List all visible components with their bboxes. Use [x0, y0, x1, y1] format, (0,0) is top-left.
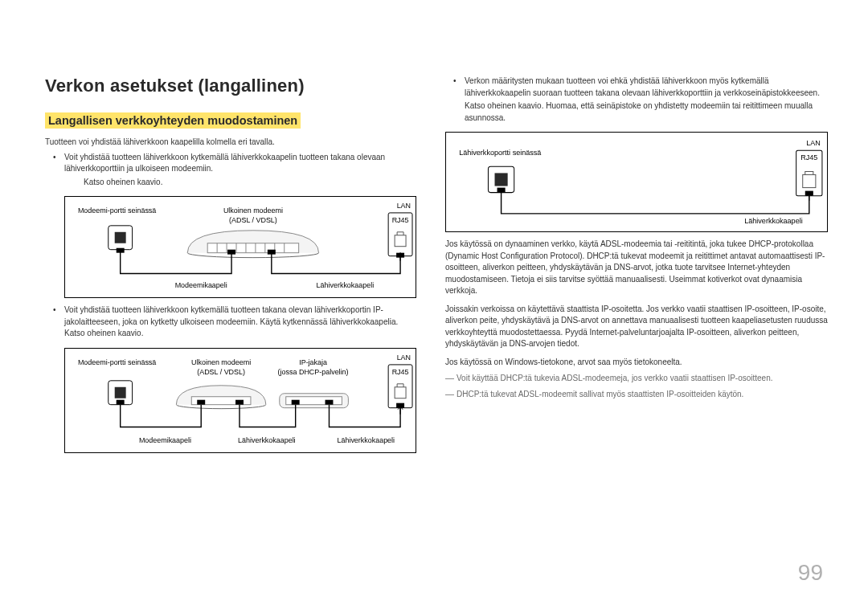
diagram-3: Lähiverkkoportti seinässä LAN RJ45 Lähiv…	[445, 132, 828, 232]
d2-cable2: Lähiverkkokaapeli	[238, 436, 296, 444]
paragraph-dhcp: Jos käytössä on dynaaminen verkko, käytä…	[445, 239, 828, 297]
paragraph-windows: Jos käytössä on Windows-tietokone, arvot…	[445, 357, 828, 369]
svg-rect-25	[292, 400, 300, 405]
diagram-1: Modeemi-portti seinässä Ulkoinen modeemi…	[64, 196, 416, 298]
page-number: 99	[798, 560, 823, 586]
d2-cable3: Lähiverkkokaapeli	[338, 436, 395, 444]
svg-rect-32	[497, 188, 506, 193]
d2-ipshare-label-2: (jossa DHCP-palvelin)	[278, 368, 349, 376]
d2-wall-label: Modeemi-portti seinässä	[78, 358, 156, 366]
d1-modem-label-2: (ADSL / VDSL)	[229, 216, 277, 224]
svg-rect-23	[197, 400, 205, 405]
note-dhcp-static: DHCP:tä tukevat ADSL-modeemit sallivat m…	[445, 389, 828, 400]
bullet-method-3: Verkon määritysten mukaan tuotteen voi e…	[465, 76, 828, 124]
d1-rj45: RJ45	[392, 216, 409, 224]
d2-lan: LAN	[397, 353, 411, 362]
note-dhcp-adsl: Voit käyttää DHCP:tä tukevia ADSL-modeem…	[445, 373, 828, 384]
d2-rj45: RJ45	[392, 368, 409, 376]
svg-rect-1	[115, 232, 126, 243]
d2-modem-label-2: (ADSL / VDSL)	[197, 368, 245, 376]
d2-cable1: Modeemikaapeli	[139, 436, 191, 444]
d1-modem-label-1: Ulkoinen modeemi	[223, 206, 283, 215]
d1-cable1: Modeemikaapeli	[175, 281, 227, 289]
svg-rect-15	[115, 387, 126, 398]
bullet-method-1: Voit yhdistää tuotteen lähiverkkoon kytk…	[64, 152, 416, 189]
d1-lan: LAN	[397, 202, 411, 210]
d1-wall-label: Modeemi-portti seinässä	[78, 206, 156, 215]
d3-lan: LAN	[806, 139, 821, 147]
d2-modem-label-1: Ulkoinen modeemi	[191, 358, 251, 366]
d3-cable: Lähiverkkokaapeli	[744, 217, 803, 225]
page-title: Verkon asetukset (langallinen)	[45, 76, 416, 96]
d1-cable2: Lähiverkkokaapeli	[317, 281, 375, 289]
d2-ipshare-label-1: IP-jakaja	[299, 358, 327, 366]
svg-rect-24	[235, 400, 244, 405]
svg-rect-22	[117, 400, 125, 405]
svg-rect-26	[326, 400, 334, 405]
bullet-method-2: Voit yhdistää tuotteen lähiverkkoon kytk…	[64, 304, 416, 340]
d3-wall-label: Lähiverkkoportti seinässä	[459, 149, 542, 157]
section-subheading: Langallisen verkkoyhteyden muodostaminen	[45, 112, 301, 129]
intro-text: Tuotteen voi yhdistää lähiverkkoon kaape…	[45, 137, 416, 149]
diagram-2: Modeemi-portti seinässä Ulkoinen modeemi…	[64, 348, 416, 453]
d3-rj45: RJ45	[800, 153, 817, 161]
svg-rect-29	[495, 173, 508, 186]
svg-rect-3	[207, 243, 298, 253]
paragraph-static-ip: Joissakin verkoissa on käytettävä staatt…	[445, 304, 828, 350]
